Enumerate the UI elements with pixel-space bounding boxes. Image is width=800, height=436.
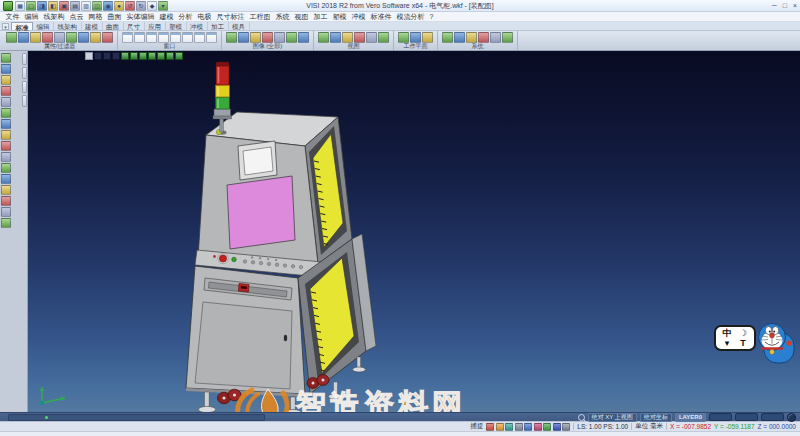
menu-item-分析[interactable]: 分析	[176, 12, 195, 22]
toolbar-tab-模具[interactable]: 模具	[229, 22, 250, 30]
shaded-view-icon[interactable]	[226, 32, 237, 43]
mirror-icon[interactable]	[1, 196, 11, 206]
surface-filter-icon[interactable]	[78, 32, 89, 43]
render-icon[interactable]	[274, 32, 285, 43]
toolbar-handle[interactable]	[22, 53, 27, 65]
tab-overflow-icon[interactable]: ▾	[2, 23, 9, 30]
menu-item-电极[interactable]: 电极	[195, 12, 214, 22]
stamp-icon[interactable]: ◆	[147, 1, 157, 11]
view-lock-indicator[interactable]: 绝对 XY 上视图	[588, 413, 637, 422]
snap-tangent-icon[interactable]	[543, 423, 551, 431]
paintbrush-icon[interactable]: ◉	[103, 1, 113, 11]
filter-settings-icon[interactable]	[102, 32, 113, 43]
macro-icon[interactable]	[466, 32, 477, 43]
save-icon[interactable]: ▣	[59, 1, 69, 11]
layer-filter-icon[interactable]	[42, 32, 53, 43]
units-indicator[interactable]: 单位 毫米	[635, 422, 663, 431]
fillet-icon[interactable]	[1, 141, 11, 151]
layer-indicator[interactable]: LAYER0	[675, 413, 706, 422]
toolbar-handle[interactable]	[22, 95, 27, 107]
cascade-windows-icon[interactable]	[170, 32, 181, 43]
new-file-icon[interactable]: ▢	[26, 1, 36, 11]
tile-horizontal-icon[interactable]	[182, 32, 193, 43]
background-icon[interactable]	[298, 32, 309, 43]
snap-center-icon[interactable]	[515, 423, 523, 431]
calculator-icon[interactable]	[454, 32, 465, 43]
redo-icon[interactable]: ↻	[136, 1, 146, 11]
material-sphere-icon[interactable]: ●	[114, 1, 124, 11]
menu-item-视图[interactable]: 视图	[292, 12, 311, 22]
minimize-button[interactable]: ─	[772, 1, 777, 11]
help-icon[interactable]	[502, 32, 513, 43]
zoom-fit-icon[interactable]	[318, 32, 329, 43]
print-icon[interactable]: ▥	[81, 1, 91, 11]
iso-view-icon[interactable]	[121, 52, 129, 60]
save-all-icon[interactable]: ▤	[70, 1, 80, 11]
toolbar-tab-尺寸[interactable]: 尺寸	[124, 22, 145, 30]
offset-icon[interactable]	[1, 185, 11, 195]
toolbar-tab-曲面[interactable]: 曲面	[103, 22, 124, 30]
wireframe-view-icon[interactable]	[238, 32, 249, 43]
close-button[interactable]: ×	[793, 1, 797, 11]
polyline-icon[interactable]	[1, 130, 11, 140]
single-view-icon[interactable]	[134, 32, 145, 43]
tile-vertical-icon[interactable]	[194, 32, 205, 43]
pan-view-icon[interactable]	[342, 32, 353, 43]
pan-hand-icon[interactable]	[1, 218, 11, 228]
front-view-icon[interactable]	[130, 52, 138, 60]
menu-item-加工[interactable]: 加工	[311, 12, 330, 22]
arc-icon[interactable]	[1, 97, 11, 107]
snap-midpoint-icon[interactable]	[505, 423, 513, 431]
extend-icon[interactable]	[1, 174, 11, 184]
measure-icon[interactable]	[1, 207, 11, 217]
erase-icon[interactable]	[1, 64, 11, 74]
solid-filter-icon[interactable]	[90, 32, 101, 43]
database-icon[interactable]	[478, 32, 489, 43]
grid-view-icon[interactable]: ▦	[15, 1, 25, 11]
named-view-icon[interactable]	[378, 32, 389, 43]
open-folder-icon[interactable]: ◨	[37, 1, 47, 11]
menu-item-模流分析[interactable]: 模流分析	[394, 12, 427, 22]
status-button-3[interactable]	[761, 413, 784, 421]
menu-item-线架构[interactable]: 线架构	[41, 12, 67, 22]
rotate-orbit-icon[interactable]	[94, 52, 102, 60]
rotate-view-icon[interactable]	[354, 32, 365, 43]
qat-overflow-icon[interactable]: ▾	[158, 1, 168, 11]
snap-point-icon[interactable]	[496, 423, 504, 431]
compass-icon[interactable]	[787, 413, 796, 422]
menu-item-冲模[interactable]: 冲模	[349, 12, 368, 22]
point-icon[interactable]	[1, 75, 11, 85]
texture-icon[interactable]	[286, 32, 297, 43]
ime-moon-icon[interactable]: ☽	[739, 328, 747, 338]
circle-icon[interactable]	[1, 108, 11, 118]
menu-item-实体编辑[interactable]: 实体编辑	[124, 12, 157, 22]
menu-item-?[interactable]: ?	[427, 13, 436, 20]
viewport-config-icon[interactable]	[85, 52, 93, 60]
curve-filter-icon[interactable]	[66, 32, 77, 43]
menu-item-编辑[interactable]: 编辑	[22, 12, 41, 22]
toolbar-handle[interactable]	[22, 81, 27, 93]
toolbar-handle[interactable]	[22, 67, 27, 79]
pan-dynamic-icon[interactable]	[112, 52, 120, 60]
toolbar-tab-线架构[interactable]: 线架构	[54, 22, 82, 30]
snap-intersection-icon[interactable]	[524, 423, 532, 431]
previous-view-icon[interactable]	[366, 32, 377, 43]
workplane-view-icon[interactable]	[410, 32, 421, 43]
snap-nearest-icon[interactable]	[562, 423, 570, 431]
hidden-line-icon[interactable]	[250, 32, 261, 43]
zoom-dynamic-icon[interactable]	[103, 52, 111, 60]
ime-key-1[interactable]: ▾	[725, 338, 730, 348]
toolbar-tab-编辑[interactable]: 编辑	[33, 22, 54, 30]
snap-grid-icon[interactable]	[486, 423, 494, 431]
copy-icon[interactable]: ◫	[92, 1, 102, 11]
options-icon[interactable]	[490, 32, 501, 43]
menu-item-曲面[interactable]: 曲面	[105, 12, 124, 22]
workplane-xy-icon[interactable]	[398, 32, 409, 43]
new-window-icon[interactable]	[122, 32, 133, 43]
two-views-icon[interactable]	[146, 32, 157, 43]
line-type-icon[interactable]	[18, 32, 29, 43]
maximize-button[interactable]: □	[783, 1, 787, 11]
snap-quadrant-icon[interactable]	[534, 423, 542, 431]
menu-item-点云[interactable]: 点云	[67, 12, 86, 22]
snap-perpendicular-icon[interactable]	[553, 423, 561, 431]
